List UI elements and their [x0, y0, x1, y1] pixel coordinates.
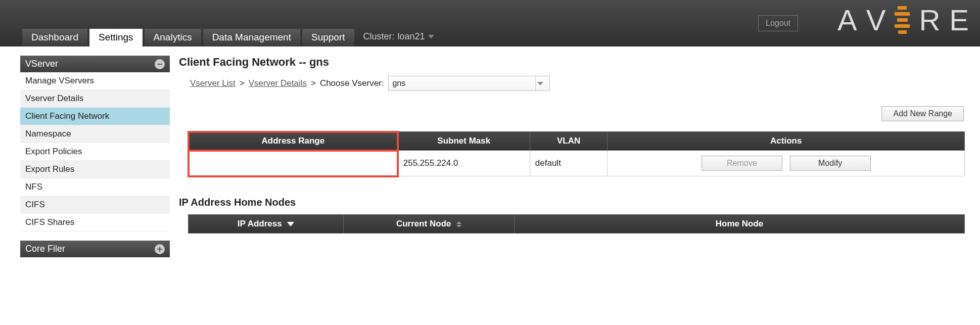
sidebar-section-label: VServer [25, 59, 58, 69]
main-content: Client Facing Network -- gns Vserver Lis… [179, 56, 980, 257]
tab-settings[interactable]: Settings [89, 29, 143, 47]
cell-address-range [189, 151, 398, 176]
sidebar-item-nfs[interactable]: NFS [20, 178, 170, 196]
top-header: Logout A V R E Dashboard Settings Analyt… [0, 0, 980, 47]
sidebar-item-vserver-details[interactable]: Vserver Details [20, 90, 170, 108]
sidebar-section-label: Core Filer [25, 244, 65, 254]
crumb-vserver-details[interactable]: Vserver Details [249, 78, 307, 88]
logo-letter: E [949, 3, 969, 37]
tab-dashboard[interactable]: Dashboard [22, 29, 87, 47]
chevron-down-icon [535, 76, 545, 90]
sidebar: VServer − Manage VServers Vserver Detail… [20, 56, 170, 257]
sidebar-item-export-policies[interactable]: Export Policies [20, 143, 170, 161]
logo-letter: A [837, 3, 857, 37]
page-title: Client Facing Network -- gns [179, 56, 965, 69]
sidebar-item-cifs-shares[interactable]: CIFS Shares [20, 214, 170, 231]
col-ip-address[interactable]: IP Address [189, 215, 344, 234]
remove-button[interactable]: Remove [702, 156, 782, 171]
sidebar-item-client-facing-network[interactable]: Client Facing Network [20, 108, 170, 125]
cluster-prefix: Cluster: [363, 31, 395, 42]
sidebar-section-core-filer[interactable]: Core Filer + [20, 241, 170, 257]
col-home-node[interactable]: Home Node [515, 215, 965, 234]
sidebar-item-namespace[interactable]: Namespace [20, 125, 170, 143]
cell-actions: Remove Modify [608, 151, 965, 176]
table-row: 255.255.224.0 default Remove Modify [189, 151, 965, 176]
logo-letter: V [866, 3, 886, 37]
logo-e-icon [895, 6, 910, 34]
crumb-sep: > [311, 78, 316, 88]
sidebar-item-export-rules[interactable]: Export Rules [20, 161, 170, 178]
col-label: Current Node [396, 219, 451, 228]
sidebar-item-manage-vservers[interactable]: Manage VServers [20, 72, 170, 90]
col-actions: Actions [608, 132, 965, 151]
col-vlan[interactable]: VLAN [530, 132, 608, 151]
expand-icon[interactable]: + [155, 244, 165, 254]
cluster-name: loan21 [398, 31, 425, 42]
logout-button[interactable]: Logout [758, 15, 798, 31]
ip-home-nodes-title: IP Address Home Nodes [179, 197, 965, 208]
sort-desc-icon [287, 222, 294, 226]
vserver-select[interactable]: gns [388, 76, 550, 91]
cell-vlan: default [530, 151, 608, 176]
add-new-range-button[interactable]: Add New Range [881, 106, 964, 121]
address-range-table: Address Range Subnet Mask VLAN Actions 2… [188, 131, 965, 176]
col-address-range[interactable]: Address Range [189, 132, 398, 151]
cluster-selector[interactable]: Cluster: loan21 [356, 28, 441, 47]
breadcrumb: Vserver List > Vserver Details > Choose … [179, 76, 965, 91]
modify-button[interactable]: Modify [790, 156, 871, 171]
col-subnet-mask[interactable]: Subnet Mask [398, 132, 530, 151]
logo-letter: R [919, 3, 940, 37]
tab-analytics[interactable]: Analytics [145, 29, 201, 47]
brand-logo: A V R E [837, 3, 969, 37]
crumb-choose-label: Choose Vserver: [320, 78, 384, 88]
tab-data-management[interactable]: Data Management [203, 29, 300, 47]
col-current-node[interactable]: Current Node [344, 215, 515, 234]
collapse-icon[interactable]: − [155, 59, 165, 69]
main-nav: Dashboard Settings Analytics Data Manage… [22, 28, 441, 47]
ip-home-nodes-table: IP Address Current Node Home Node [188, 214, 965, 234]
tab-support[interactable]: Support [302, 29, 354, 47]
cell-subnet-mask: 255.255.224.0 [398, 151, 530, 176]
crumb-sep: > [240, 78, 245, 88]
sidebar-section-vserver[interactable]: VServer − [20, 56, 170, 72]
vserver-select-value: gns [393, 79, 406, 88]
col-label: IP Address [238, 219, 282, 228]
sidebar-item-cifs[interactable]: CIFS [20, 196, 170, 214]
crumb-vserver-list[interactable]: Vserver List [190, 78, 236, 88]
chevron-down-icon [428, 35, 434, 38]
sort-both-icon [456, 221, 461, 227]
